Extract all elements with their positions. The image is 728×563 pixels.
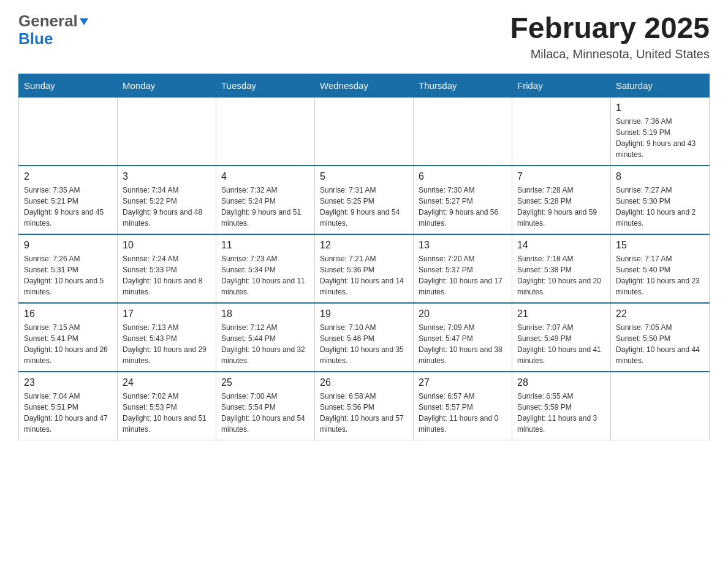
header-tuesday: Tuesday xyxy=(216,74,315,97)
header-thursday: Thursday xyxy=(414,74,512,97)
table-row: 28Sunrise: 6:55 AMSunset: 5:59 PMDayligh… xyxy=(512,372,611,440)
day-number: 5 xyxy=(320,171,408,182)
title-section: February 2025 Milaca, Minnesota, United … xyxy=(510,12,710,61)
header-monday: Monday xyxy=(118,74,216,97)
table-row: 4Sunrise: 7:32 AMSunset: 5:24 PMDaylight… xyxy=(216,166,315,234)
day-info: Sunrise: 7:04 AMSunset: 5:51 PMDaylight:… xyxy=(24,391,112,435)
calendar-week-row: 16Sunrise: 7:15 AMSunset: 5:41 PMDayligh… xyxy=(19,303,710,372)
table-row: 18Sunrise: 7:12 AMSunset: 5:44 PMDayligh… xyxy=(216,303,315,372)
calendar-table: Sunday Monday Tuesday Wednesday Thursday… xyxy=(18,74,710,440)
day-number: 6 xyxy=(419,171,507,182)
table-row: 12Sunrise: 7:21 AMSunset: 5:36 PMDayligh… xyxy=(315,234,414,303)
day-info: Sunrise: 7:05 AMSunset: 5:50 PMDaylight:… xyxy=(616,322,704,366)
day-number: 25 xyxy=(221,377,309,388)
day-info: Sunrise: 7:30 AMSunset: 5:27 PMDaylight:… xyxy=(419,185,507,229)
day-info: Sunrise: 7:28 AMSunset: 5:28 PMDaylight:… xyxy=(517,185,605,229)
day-number: 11 xyxy=(221,240,309,251)
day-info: Sunrise: 7:07 AMSunset: 5:49 PMDaylight:… xyxy=(517,322,605,366)
header-wednesday: Wednesday xyxy=(315,74,414,97)
day-info: Sunrise: 7:23 AMSunset: 5:34 PMDaylight:… xyxy=(221,253,309,297)
day-info: Sunrise: 7:31 AMSunset: 5:25 PMDaylight:… xyxy=(320,185,408,229)
table-row: 25Sunrise: 7:00 AMSunset: 5:54 PMDayligh… xyxy=(216,372,315,440)
day-info: Sunrise: 7:13 AMSunset: 5:43 PMDaylight:… xyxy=(123,322,211,366)
day-number: 28 xyxy=(517,377,605,388)
day-info: Sunrise: 7:21 AMSunset: 5:36 PMDaylight:… xyxy=(320,253,408,297)
logo-triangle-icon xyxy=(80,18,88,25)
header-saturday: Saturday xyxy=(611,74,710,97)
table-row: 11Sunrise: 7:23 AMSunset: 5:34 PMDayligh… xyxy=(216,234,315,303)
day-number: 13 xyxy=(419,240,507,251)
day-info: Sunrise: 6:57 AMSunset: 5:57 PMDaylight:… xyxy=(419,391,507,435)
day-info: Sunrise: 7:20 AMSunset: 5:37 PMDaylight:… xyxy=(419,253,507,297)
table-row: 13Sunrise: 7:20 AMSunset: 5:37 PMDayligh… xyxy=(414,234,512,303)
table-row: 19Sunrise: 7:10 AMSunset: 5:46 PMDayligh… xyxy=(315,303,414,372)
table-row: 3Sunrise: 7:34 AMSunset: 5:22 PMDaylight… xyxy=(118,166,216,234)
day-number: 19 xyxy=(320,308,408,320)
table-row xyxy=(19,97,118,166)
day-number: 3 xyxy=(123,171,211,182)
day-info: Sunrise: 7:32 AMSunset: 5:24 PMDaylight:… xyxy=(221,185,309,229)
calendar-week-row: 2Sunrise: 7:35 AMSunset: 5:21 PMDaylight… xyxy=(19,166,710,234)
table-row: 2Sunrise: 7:35 AMSunset: 5:21 PMDaylight… xyxy=(19,166,118,234)
day-info: Sunrise: 7:35 AMSunset: 5:21 PMDaylight:… xyxy=(24,185,112,229)
table-row xyxy=(611,372,710,440)
table-row: 16Sunrise: 7:15 AMSunset: 5:41 PMDayligh… xyxy=(19,303,118,372)
day-info: Sunrise: 7:36 AMSunset: 5:19 PMDaylight:… xyxy=(616,116,704,160)
table-row xyxy=(512,97,611,166)
day-number: 23 xyxy=(24,377,112,388)
day-info: Sunrise: 7:27 AMSunset: 5:30 PMDaylight:… xyxy=(616,185,704,229)
day-info: Sunrise: 7:34 AMSunset: 5:22 PMDaylight:… xyxy=(123,185,211,229)
day-number: 27 xyxy=(419,377,507,388)
table-row: 15Sunrise: 7:17 AMSunset: 5:40 PMDayligh… xyxy=(611,234,710,303)
table-row: 23Sunrise: 7:04 AMSunset: 5:51 PMDayligh… xyxy=(19,372,118,440)
table-row xyxy=(414,97,512,166)
table-row xyxy=(118,97,216,166)
day-number: 12 xyxy=(320,240,408,251)
table-row: 7Sunrise: 7:28 AMSunset: 5:28 PMDaylight… xyxy=(512,166,611,234)
header-sunday: Sunday xyxy=(19,74,118,97)
day-info: Sunrise: 7:00 AMSunset: 5:54 PMDaylight:… xyxy=(221,391,309,435)
calendar-week-row: 23Sunrise: 7:04 AMSunset: 5:51 PMDayligh… xyxy=(19,372,710,440)
table-row: 17Sunrise: 7:13 AMSunset: 5:43 PMDayligh… xyxy=(118,303,216,372)
table-row: 14Sunrise: 7:18 AMSunset: 5:38 PMDayligh… xyxy=(512,234,611,303)
day-number: 9 xyxy=(24,240,112,251)
day-number: 17 xyxy=(123,308,211,320)
table-row: 20Sunrise: 7:09 AMSunset: 5:47 PMDayligh… xyxy=(414,303,512,372)
day-number: 7 xyxy=(517,171,605,182)
day-number: 1 xyxy=(616,102,704,113)
day-info: Sunrise: 7:02 AMSunset: 5:53 PMDaylight:… xyxy=(123,391,211,435)
day-number: 22 xyxy=(616,308,704,320)
calendar-week-row: 9Sunrise: 7:26 AMSunset: 5:31 PMDaylight… xyxy=(19,234,710,303)
day-info: Sunrise: 7:15 AMSunset: 5:41 PMDaylight:… xyxy=(24,322,112,366)
day-info: Sunrise: 7:17 AMSunset: 5:40 PMDaylight:… xyxy=(616,253,704,297)
logo-general-text: General xyxy=(18,12,78,30)
table-row: 26Sunrise: 6:58 AMSunset: 5:56 PMDayligh… xyxy=(315,372,414,440)
table-row: 27Sunrise: 6:57 AMSunset: 5:57 PMDayligh… xyxy=(414,372,512,440)
table-row: 6Sunrise: 7:30 AMSunset: 5:27 PMDaylight… xyxy=(414,166,512,234)
day-number: 2 xyxy=(24,171,112,182)
subtitle: Milaca, Minnesota, United States xyxy=(510,47,710,61)
day-info: Sunrise: 6:58 AMSunset: 5:56 PMDaylight:… xyxy=(320,391,408,435)
day-info: Sunrise: 7:12 AMSunset: 5:44 PMDaylight:… xyxy=(221,322,309,366)
page-header: General Blue February 2025 Milaca, Minne… xyxy=(18,12,710,61)
table-row: 1Sunrise: 7:36 AMSunset: 5:19 PMDaylight… xyxy=(611,97,710,166)
table-row xyxy=(216,97,315,166)
table-row: 9Sunrise: 7:26 AMSunset: 5:31 PMDaylight… xyxy=(19,234,118,303)
day-number: 18 xyxy=(221,308,309,320)
day-number: 4 xyxy=(221,171,309,182)
day-number: 10 xyxy=(123,240,211,251)
day-number: 8 xyxy=(616,171,704,182)
table-row: 22Sunrise: 7:05 AMSunset: 5:50 PMDayligh… xyxy=(611,303,710,372)
day-info: Sunrise: 7:09 AMSunset: 5:47 PMDaylight:… xyxy=(419,322,507,366)
day-info: Sunrise: 7:10 AMSunset: 5:46 PMDaylight:… xyxy=(320,322,408,366)
table-row: 10Sunrise: 7:24 AMSunset: 5:33 PMDayligh… xyxy=(118,234,216,303)
day-info: Sunrise: 7:24 AMSunset: 5:33 PMDaylight:… xyxy=(123,253,211,297)
table-row: 24Sunrise: 7:02 AMSunset: 5:53 PMDayligh… xyxy=(118,372,216,440)
day-info: Sunrise: 6:55 AMSunset: 5:59 PMDaylight:… xyxy=(517,391,605,435)
table-row: 21Sunrise: 7:07 AMSunset: 5:49 PMDayligh… xyxy=(512,303,611,372)
calendar-header-row: Sunday Monday Tuesday Wednesday Thursday… xyxy=(19,74,710,97)
day-number: 21 xyxy=(517,308,605,320)
day-number: 24 xyxy=(123,377,211,388)
day-number: 14 xyxy=(517,240,605,251)
table-row xyxy=(315,97,414,166)
